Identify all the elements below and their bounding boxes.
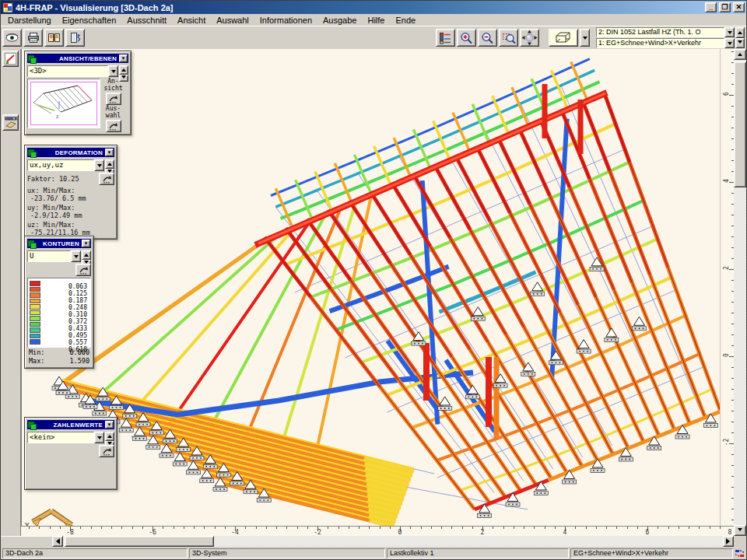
redline-tool-button[interactable] [2,51,19,67]
auswahl-label: Aus- [106,106,121,112]
menu-item-auswahl[interactable]: Auswahl [211,15,254,26]
def-spin-up[interactable] [105,159,114,169]
deformation-combo-drop[interactable] [94,159,104,171]
hscroll-thumb[interactable] [65,536,214,547]
zahlenwerte-combo-drop[interactable] [94,432,104,443]
hscroll-track[interactable] [63,536,723,547]
deformation-combo-value[interactable]: ux,uy,uz [27,159,94,171]
apply-konturen-button[interactable] [75,264,91,276]
title-bar[interactable]: 4H-FRAP - Visualisierung [3D-Dach 2a] _ … [1,1,746,14]
view-combo-value[interactable]: <3D> [27,65,108,77]
close-button[interactable]: ✕ [733,2,745,12]
pan-control[interactable] [520,29,539,47]
chevron-down-icon [111,70,116,75]
spin-up-button[interactable] [735,27,745,38]
panel-konturen-titlebar[interactable]: KONTUREN ▼ [27,239,91,248]
apply-zahlenwerte-button[interactable] [99,445,114,457]
konturen-combo-value[interactable]: U [27,250,71,262]
zahlenwerte-combo[interactable]: <kein> [27,432,114,443]
zw-spin-up[interactable] [105,432,114,441]
apply-deformation-button[interactable] [99,173,114,185]
apply-arrow-icon [102,175,112,184]
menu-item-hilfe[interactable]: Hilfe [362,15,390,26]
canvas-column: YX ANSICHT/EBENEN ▼ <3D> [21,49,734,536]
menu-item-ende[interactable]: Ende [390,15,421,26]
drawing-canvas[interactable]: YX ANSICHT/EBENEN ▼ <3D> [21,49,720,526]
left-tool-strip [1,49,21,536]
ruler-tick [596,527,597,529]
menu-item-ausgabe[interactable]: Ausgabe [317,15,362,26]
menu-item-informationen[interactable]: Informationen [254,15,317,26]
chevron-down-icon [738,40,742,46]
display-options-button[interactable] [436,29,455,47]
kont-spin-up[interactable] [82,250,91,260]
load-case-combo[interactable]: 2: DIN 1052 Lastfall HZ (Th. 1. O [596,27,735,37]
view-cube-button[interactable] [549,29,578,47]
load-combination-drop-button[interactable] [724,38,735,48]
maximize-button[interactable]: ❐ [719,2,731,12]
load-case-value[interactable]: 2: DIN 1052 Lastfall HZ (Th. 1. O [596,27,724,37]
vruler-label: -2 [723,438,730,447]
ruler-tick [174,527,174,529]
section-tool-button[interactable] [2,114,19,131]
hruler-label: 8 [724,529,736,536]
konturen-combo[interactable]: U [27,250,91,262]
vscroll-thumb[interactable] [734,61,746,187]
scroll-up-button[interactable] [734,49,746,60]
exit-button[interactable] [65,29,85,47]
view-cube-drop-button[interactable] [580,29,590,47]
view-preview[interactable]: z [27,79,100,128]
view-settings-button[interactable] [2,29,22,47]
panel-collapse-button[interactable]: ▼ [105,149,114,156]
load-combination-combo[interactable]: 1: EG+Schnee+Wind>X+Verkehr [596,38,735,48]
ruler-tick [111,527,112,529]
zahlenwerte-combo-value[interactable]: <kein> [27,432,94,443]
apply-view-button[interactable] [106,93,121,105]
ruler-tick [204,527,205,529]
vscroll-track[interactable] [734,60,746,525]
hruler-label: 6 [641,529,654,536]
view-combo-drop[interactable] [108,65,118,77]
print-button[interactable] [23,29,43,47]
scroll-left-button[interactable] [52,536,63,547]
zoom-window-button[interactable] [499,29,518,47]
app-window: 4H-FRAP - Visualisierung [3D-Dach 2a] _ … [0,0,747,560]
ansicht-label: An- [107,79,118,85]
horizontal-scrollbar[interactable] [52,536,734,547]
ruler-tick [710,527,710,529]
ruler-tick [545,527,545,529]
menu-item-eigenschaften[interactable]: Eigenschaften [57,15,122,26]
menu-item-darstellung[interactable]: Darstellung [2,15,57,26]
view-combo[interactable]: <3D> [27,65,128,77]
help-book-button[interactable] [44,29,64,47]
ruler-tick [194,527,195,529]
menu-item-ansicht[interactable]: Ansicht [172,15,211,26]
ruler-tick [679,527,679,529]
minimize-button[interactable]: _ [705,2,717,12]
load-case-drop-button[interactable] [724,27,735,37]
apply-selection-button[interactable] [106,120,121,132]
scroll-right-button[interactable] [723,536,734,547]
panel-collapse-button[interactable]: ▼ [105,421,114,429]
max-value: 1.590 [69,357,89,365]
view-spin-up[interactable] [119,65,128,75]
konturen-combo-drop[interactable] [71,250,81,262]
ruler-tick [60,527,61,529]
zoom-out-button[interactable] [478,29,497,47]
menu-item-ausschnitt[interactable]: Ausschnitt [121,15,172,26]
section-plane-icon [5,117,17,128]
zoom-in-button[interactable] [457,29,476,47]
panel-collapse-button[interactable]: ▼ [82,240,90,247]
panel-ansicht-titlebar[interactable]: ANSICHT/EBENEN ▼ [27,54,128,63]
legend-swatch [30,316,40,321]
ruler-tick [307,527,308,529]
load-combination-value[interactable]: 1: EG+Schnee+Wind>X+Verkehr [596,38,724,48]
deformation-combo[interactable]: ux,uy,uz [27,159,114,171]
ruler-tick [91,527,92,529]
legend-swatch [30,310,40,316]
panel-collapse-button[interactable]: ▼ [119,54,128,62]
panel-deformation-titlebar[interactable]: DEFORMATION ▼ [27,148,114,157]
panel-zahlenwerte-titlebar[interactable]: ZAHLENWERTE ▼ [27,420,114,429]
spin-down-button[interactable] [735,38,745,49]
vertical-scrollbar[interactable] [734,49,746,536]
